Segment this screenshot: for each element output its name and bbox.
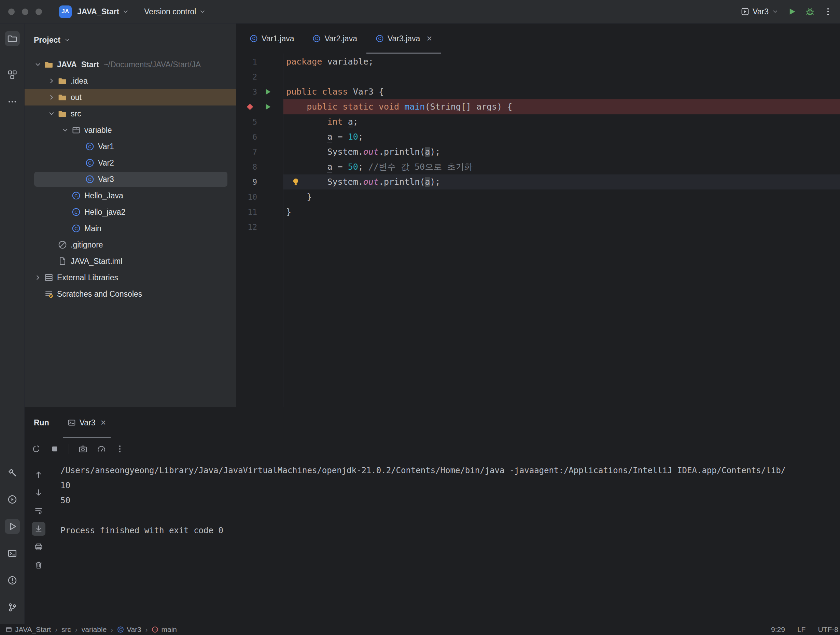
tree-item-scratches-and-consoles[interactable]: Scratches and Consoles: [25, 286, 236, 302]
titlebar-actions: Var3: [741, 7, 832, 16]
project-selector[interactable]: JAVA_Start: [77, 7, 129, 16]
more-actions-button[interactable]: [824, 7, 832, 16]
window-minimize-button[interactable]: [22, 8, 28, 15]
code-line: 10 }: [236, 190, 840, 204]
line-number[interactable]: 7: [236, 144, 257, 160]
tree-item-var3[interactable]: CVar3: [25, 171, 236, 188]
run-tab[interactable]: Var3 ×: [63, 407, 111, 438]
editor[interactable]: 1package variable;23public class Var3 { …: [236, 54, 840, 407]
run-line-icon[interactable]: [263, 87, 272, 96]
chevron-down-icon[interactable]: [59, 126, 72, 134]
down-stack-trace-button[interactable]: [32, 486, 46, 499]
tree-item-hello-java[interactable]: CHello_Java: [25, 188, 236, 204]
version-control-tool-button[interactable]: [5, 600, 20, 615]
vcs-selector[interactable]: Version control: [144, 7, 206, 16]
structure-tool-button[interactable]: [5, 67, 20, 82]
tree-item-hello-java2[interactable]: CHello_java2: [25, 204, 236, 220]
breadcrumb-item[interactable]: JAVA_Start: [5, 626, 51, 633]
tree-item-java-start[interactable]: JAVA_Start~/Documents/JAVA/Start/JA: [25, 56, 236, 73]
breakpoint-icon[interactable]: [246, 103, 254, 111]
line-number[interactable]: 9: [236, 174, 257, 190]
scratches-icon: [44, 289, 53, 299]
line-number[interactable]: 1: [236, 54, 257, 69]
line-number[interactable]: 2: [236, 69, 257, 84]
breadcrumb-item[interactable]: CVar3: [117, 626, 141, 633]
project-tool-button[interactable]: [5, 31, 20, 46]
chevron-down-icon[interactable]: [45, 110, 58, 117]
stop-button[interactable]: [49, 443, 61, 455]
tree-item-out[interactable]: out: [25, 89, 236, 106]
encoding[interactable]: UTF-8: [818, 626, 838, 633]
tree-item-var2[interactable]: CVar2: [25, 155, 236, 171]
tree-item-main[interactable]: CMain: [25, 220, 236, 237]
line-number[interactable]: 8: [236, 160, 257, 174]
chevron-right-icon[interactable]: [45, 77, 58, 85]
chevron-down-icon[interactable]: [32, 61, 44, 68]
tree-item-label: out: [71, 93, 82, 102]
line-ending[interactable]: LF: [797, 626, 806, 633]
run-tool-button[interactable]: [5, 519, 20, 534]
tree-item-src[interactable]: src: [25, 106, 236, 122]
problems-tool-button[interactable]: [5, 573, 20, 588]
class-icon: C: [85, 158, 94, 167]
terminal-tool-button[interactable]: [5, 546, 20, 561]
rerun-button[interactable]: [30, 443, 42, 455]
tree-item-external-libraries[interactable]: External Libraries: [25, 269, 236, 286]
tree-item--idea[interactable]: .idea: [25, 73, 236, 89]
more-tool-windows-button[interactable]: [5, 94, 20, 109]
window-zoom-button[interactable]: [36, 8, 42, 15]
line-number[interactable]: 6: [236, 130, 257, 144]
line-number[interactable]: 10: [236, 190, 257, 204]
breadcrumb-item[interactable]: src: [62, 626, 71, 633]
chevron-right-icon[interactable]: [32, 274, 44, 281]
more-h-icon: [8, 97, 17, 106]
project-panel-header[interactable]: Project: [25, 24, 236, 56]
arr-down-icon: [34, 488, 43, 497]
line-number[interactable]: 12: [236, 220, 257, 235]
class-icon: C: [117, 626, 124, 633]
breadcrumb-item[interactable]: variable: [82, 626, 107, 633]
close-icon[interactable]: ×: [101, 418, 106, 427]
line-number[interactable]: 5: [236, 114, 257, 130]
project-tree: JAVA_Start~/Documents/JAVA/Start/JA.idea…: [25, 56, 236, 302]
print-button[interactable]: [32, 540, 46, 554]
tab-var3-java[interactable]: CVar3.java×: [366, 24, 441, 54]
tree-item-label: Var1: [98, 142, 114, 151]
tree-item-java-start-iml[interactable]: JAVA_Start.iml: [25, 253, 236, 269]
more-options-button[interactable]: [114, 443, 126, 455]
stop-icon: [50, 444, 59, 453]
clear-button[interactable]: [32, 558, 46, 572]
line-number[interactable]: 11: [236, 204, 257, 220]
run-tab-label: Var3: [80, 418, 96, 427]
soft-wrap-button[interactable]: [32, 504, 46, 518]
tree-item--gitignore[interactable]: .gitignore: [25, 237, 236, 253]
tab-var2-java[interactable]: CVar2.java: [303, 24, 366, 54]
scroll-to-end-button[interactable]: [32, 522, 46, 535]
folder-icon: [58, 109, 67, 118]
svg-text:C: C: [74, 210, 77, 215]
close-icon[interactable]: ×: [426, 34, 432, 43]
tab-var1-java[interactable]: CVar1.java: [240, 24, 303, 54]
tab-label: Var3.java: [388, 34, 420, 43]
profiler-button[interactable]: [95, 443, 107, 455]
run-button[interactable]: [788, 7, 796, 16]
run-tool-window: Run Var3 × /Users/anseongyeong/Library/J…: [25, 407, 840, 624]
tree-item-label: variable: [84, 126, 112, 135]
run-config-selector[interactable]: Var3: [741, 7, 778, 16]
services-tool-button[interactable]: [5, 492, 20, 507]
chevron-right-icon[interactable]: [45, 93, 58, 101]
breadcrumb-item[interactable]: mmain: [152, 626, 177, 633]
tree-item-var1[interactable]: CVar1: [25, 138, 236, 155]
thread-dump-button[interactable]: [77, 443, 89, 455]
tree-item-variable[interactable]: variable: [25, 122, 236, 138]
up-stack-trace-button[interactable]: [32, 468, 46, 481]
tree-item-label: Main: [84, 224, 101, 233]
caret-position[interactable]: 9:29: [771, 626, 785, 633]
console-toolbar: [25, 466, 52, 572]
line-number[interactable]: 3: [236, 84, 257, 100]
build-tool-button[interactable]: [5, 465, 20, 480]
run-line-icon[interactable]: [263, 103, 272, 111]
debug-button[interactable]: [805, 7, 815, 16]
window-close-button[interactable]: [8, 8, 15, 15]
chev-r-icon: [34, 274, 42, 281]
